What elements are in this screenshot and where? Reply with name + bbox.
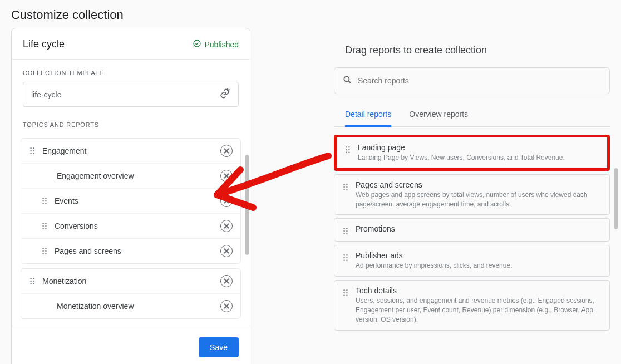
- topics-section-label: TOPICS AND REPORTS: [12, 111, 250, 134]
- drag-handle-icon[interactable]: [344, 145, 351, 154]
- drag-handle-icon[interactable]: [29, 277, 36, 286]
- template-section-label: COLLECTION TEMPLATE: [12, 60, 250, 82]
- report-row[interactable]: Monetization overview: [21, 293, 240, 318]
- svg-point-70: [346, 257, 348, 259]
- svg-point-22: [45, 223, 47, 224]
- drag-handle-icon[interactable]: [342, 227, 349, 235]
- template-input[interactable]: life-cycle: [23, 82, 239, 107]
- svg-point-41: [30, 283, 32, 285]
- svg-point-7: [30, 153, 32, 155]
- collection-name: Life cycle: [23, 38, 65, 50]
- drag-handle-icon[interactable]: [342, 288, 349, 297]
- remove-button[interactable]: [220, 275, 233, 287]
- svg-point-26: [45, 228, 47, 230]
- report-row[interactable]: Engagement overview: [21, 163, 240, 188]
- report-tabs: Detail reports Overview reports: [334, 103, 610, 127]
- svg-point-58: [346, 186, 348, 188]
- report-row[interactable]: Events: [21, 188, 240, 213]
- svg-point-62: [346, 228, 348, 229]
- svg-point-30: [45, 248, 47, 249]
- drag-handle-icon[interactable]: [41, 247, 48, 255]
- svg-point-68: [346, 254, 348, 256]
- svg-point-42: [33, 283, 34, 285]
- page-title: Customize collection: [0, 0, 621, 28]
- svg-line-48: [348, 81, 351, 83]
- svg-point-66: [346, 233, 348, 235]
- unlink-icon[interactable]: [219, 88, 230, 101]
- svg-point-37: [30, 278, 32, 279]
- drag-handle-icon[interactable]: [41, 196, 48, 205]
- remove-button[interactable]: [220, 170, 233, 182]
- report-card-desc: Web pages and app screens by total views…: [356, 190, 602, 209]
- report-label: Engagement overview: [57, 171, 134, 180]
- topic-block-engagement: Engagement Engagement overview Events: [21, 138, 241, 264]
- status-badge: Published: [193, 39, 239, 50]
- report-card-tech-details[interactable]: Tech details Users, sessions, and engage…: [334, 280, 610, 330]
- remove-button[interactable]: [220, 195, 233, 207]
- report-row[interactable]: Pages and screens: [21, 238, 240, 263]
- svg-point-17: [42, 203, 44, 205]
- svg-point-53: [346, 152, 347, 154]
- topic-name: Engagement: [42, 146, 86, 155]
- remove-button[interactable]: [220, 220, 233, 232]
- svg-point-67: [343, 254, 345, 256]
- topic-header[interactable]: Monetization: [21, 269, 240, 293]
- search-input-wrap[interactable]: [334, 67, 610, 94]
- report-card-title: Pages and screens: [356, 180, 602, 189]
- tab-overview-reports[interactable]: Overview reports: [409, 103, 468, 127]
- report-card-title: Promotions: [356, 224, 602, 233]
- svg-point-5: [30, 150, 32, 152]
- scrollbar-thumb[interactable]: [245, 155, 249, 255]
- svg-point-33: [42, 253, 44, 255]
- topic-header[interactable]: Engagement: [21, 139, 240, 163]
- report-label: Monetization overview: [57, 302, 134, 311]
- svg-point-4: [33, 147, 34, 149]
- svg-point-77: [343, 295, 345, 297]
- remove-button[interactable]: [220, 145, 233, 157]
- svg-point-71: [343, 260, 345, 262]
- report-card-publisher-ads[interactable]: Publisher ads Ad performance by impressi…: [334, 245, 610, 277]
- topic-name: Monetization: [42, 277, 86, 286]
- svg-point-23: [42, 225, 44, 227]
- svg-point-49: [346, 146, 347, 148]
- template-value: life-cycle: [31, 90, 61, 99]
- save-button[interactable]: Save: [199, 337, 239, 357]
- svg-point-50: [348, 146, 350, 148]
- svg-point-57: [343, 186, 345, 188]
- report-card-landing-page[interactable]: Landing page Landing Page by Views, New …: [334, 135, 610, 171]
- svg-point-32: [45, 250, 47, 252]
- reports-library-panel: Drag reports to create collection Detail…: [334, 28, 610, 334]
- svg-point-75: [343, 292, 345, 294]
- topic-block-monetization: Monetization Monetization overview: [21, 268, 241, 319]
- drag-handle-icon[interactable]: [342, 183, 349, 191]
- svg-point-14: [45, 198, 47, 199]
- svg-point-13: [42, 198, 44, 199]
- report-label: Events: [55, 196, 78, 205]
- svg-point-78: [346, 295, 348, 297]
- drag-handle-icon[interactable]: [41, 222, 48, 230]
- scrollbar-thumb[interactable]: [614, 168, 618, 229]
- remove-button[interactable]: [220, 300, 233, 312]
- svg-point-76: [346, 292, 348, 294]
- search-input[interactable]: [358, 76, 602, 85]
- remove-button[interactable]: [220, 245, 233, 257]
- report-card-title: Landing page: [358, 143, 599, 152]
- report-card-title: Publisher ads: [356, 251, 602, 260]
- svg-point-59: [343, 189, 345, 190]
- drag-handle-icon[interactable]: [29, 146, 36, 155]
- svg-point-39: [30, 281, 32, 282]
- svg-point-3: [30, 147, 32, 149]
- svg-point-34: [45, 253, 47, 255]
- report-card-promotions[interactable]: Promotions: [334, 218, 610, 242]
- svg-point-40: [33, 281, 34, 282]
- drag-handle-icon[interactable]: [342, 253, 349, 262]
- status-text: Published: [205, 40, 239, 49]
- svg-point-69: [343, 257, 345, 259]
- svg-point-55: [343, 184, 345, 185]
- svg-point-60: [346, 189, 348, 190]
- report-card-pages-and-screens[interactable]: Pages and screens Web pages and app scre…: [334, 174, 610, 215]
- svg-point-51: [346, 149, 347, 151]
- svg-point-61: [343, 228, 345, 229]
- report-row[interactable]: Conversions: [21, 213, 240, 238]
- tab-detail-reports[interactable]: Detail reports: [345, 103, 391, 127]
